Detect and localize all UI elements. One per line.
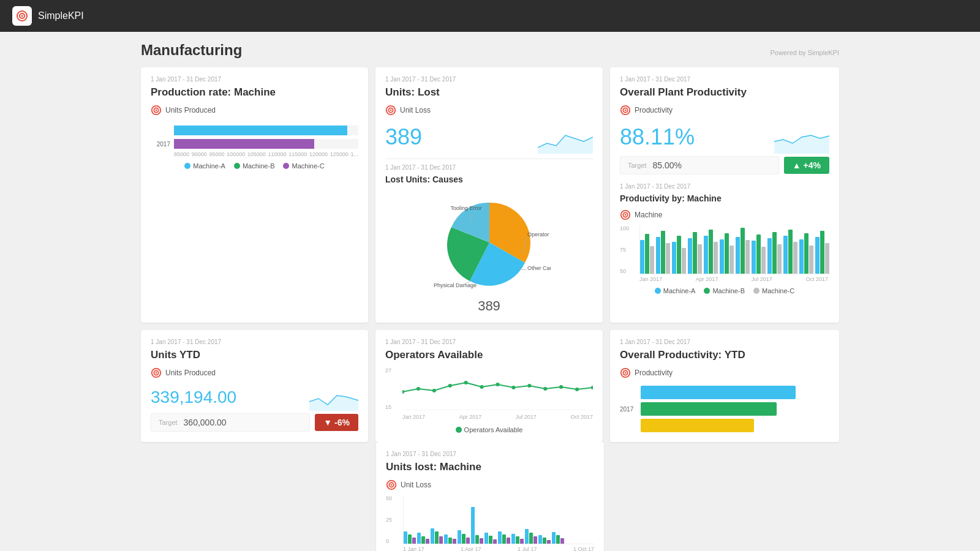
legend-operators: Operators Available — [385, 426, 593, 433]
svg-point-31 — [432, 389, 436, 392]
bar-group-3 — [672, 236, 686, 274]
card-title-ulm: Units lost: Machine — [386, 461, 594, 473]
card-title-1: Production rate: Machine — [151, 86, 358, 99]
target-icon-6 — [620, 367, 631, 378]
kpi-label-text-ulm: Unit Loss — [401, 481, 431, 489]
target-row-3: Target 85.00% ▲ +4% — [620, 156, 829, 174]
kpi-label-4: Units Produced — [151, 367, 358, 378]
hbar-track-1 — [174, 126, 358, 135]
svg-text:Physical Damage: Physical Damage — [433, 282, 476, 288]
kpi-label-6: Productivity — [620, 367, 829, 378]
svg-point-5 — [156, 110, 157, 111]
hbar-chart-1: 2017 85000900009500010000010500011000011… — [151, 126, 358, 157]
target-value-4: 360,000.00 — [184, 418, 227, 427]
line-chart-operators — [402, 367, 593, 410]
svg-point-8 — [390, 110, 392, 111]
topbar: SimpleKPI — [0, 0, 980, 32]
hbar-track-2 — [174, 139, 358, 149]
card-date-3b: 1 Jan 2017 - 31 Dec 2017 — [620, 183, 829, 190]
app-name: SimpleKPI — [38, 10, 84, 21]
page-container: Manufacturing Powered by SimpleKPI 1 Jan… — [129, 32, 851, 551]
badge-value-4: -6% — [334, 418, 350, 427]
card-title-3b: Productivity by: Machine — [620, 193, 829, 203]
card-date-5: 1 Jan 2017 - 31 Dec 2017 — [385, 339, 593, 345]
card-title-6: Overall Productivity: YTD — [620, 349, 829, 361]
svg-point-48 — [391, 484, 393, 486]
badge-arrow-down-4: ▼ — [323, 418, 332, 427]
card-date-2b: 1 Jan 2017 - 31 Dec 2017 — [385, 164, 593, 171]
target-label-4: Target — [159, 419, 178, 426]
legend-1: Machine-A Machine-B Machine-C — [151, 162, 358, 170]
target-icon-2 — [385, 105, 396, 116]
sparkline-2 — [538, 126, 593, 154]
target-value-3: 85.00% — [653, 160, 682, 170]
kpi-label-3b: Machine — [620, 209, 829, 220]
svg-point-27 — [156, 372, 157, 374]
legend-machine-a: Machine-A — [184, 162, 225, 170]
pie-container: Tooling Error Operator Damage Other Caus… — [385, 190, 593, 314]
target-label-3: Target — [628, 162, 647, 169]
svg-point-32 — [448, 384, 452, 388]
svg-text:Other Causes: Other Causes — [527, 265, 551, 271]
bar-group-7 — [736, 228, 750, 274]
svg-text:Operator Damage: Operator Damage — [527, 231, 551, 238]
badge-3: ▲ +4% — [784, 157, 829, 174]
kpi-label-1: Units Produced — [151, 105, 358, 116]
svg-point-37 — [527, 384, 531, 388]
svg-point-2 — [21, 15, 23, 17]
hbar-fill-2 — [174, 139, 314, 149]
powered-by: Powered by SimpleKPI — [771, 49, 840, 56]
svg-point-29 — [402, 390, 404, 394]
legend-label-b: Machine-B — [243, 162, 275, 170]
card-production-rate: 1 Jan 2017 - 31 Dec 2017 Production rate… — [141, 67, 368, 323]
svg-point-24 — [625, 214, 627, 216]
card-overall-ytd: 1 Jan 2017 - 31 Dec 2017 Overall Product… — [610, 330, 839, 442]
badge-arrow-up-3: ▲ — [793, 160, 801, 170]
bar-group-9 — [767, 232, 782, 274]
target-icon-3 — [620, 105, 631, 116]
card-title-3: Overall Plant Productivity — [620, 86, 829, 99]
big-number-4: 339,194.00 — [151, 388, 236, 407]
kpi-label-text-6: Productivity — [635, 369, 673, 377]
svg-point-35 — [496, 383, 499, 386]
bar-group-2 — [656, 231, 670, 274]
pie-total: 389 — [478, 298, 500, 314]
logo-icon — [12, 6, 32, 26]
page-title: Manufacturing — [141, 42, 242, 59]
badge-value-3: +4% — [804, 160, 821, 170]
svg-text:Tooling Error: Tooling Error — [450, 205, 481, 211]
bar-group-10 — [783, 230, 797, 274]
hbar-axis-1: 8500090000950001000001050001100001150001… — [151, 151, 358, 157]
kpi-label-text-3: Productivity — [635, 106, 673, 114]
card-title-2b: Lost Units: Causes — [385, 174, 593, 184]
svg-point-38 — [543, 387, 547, 391]
svg-point-36 — [511, 386, 515, 389]
kpi-label-3: Productivity — [620, 105, 829, 116]
svg-point-34 — [480, 385, 483, 389]
bar-group-12 — [815, 231, 829, 274]
legend-label-a: Machine-A — [193, 162, 225, 170]
legend-productivity: Machine-A Machine-B Machine-C — [620, 287, 829, 294]
sparkline-row-3: 88.11% — [620, 121, 829, 154]
card-date-6: 1 Jan 2017 - 31 Dec 2017 — [620, 339, 829, 345]
svg-marker-9 — [538, 135, 593, 154]
card-title-4: Units YTD — [151, 349, 358, 361]
svg-point-40 — [575, 388, 579, 391]
card-title-5: Operators Available — [385, 349, 593, 361]
big-number-2: 389 — [385, 124, 422, 150]
bar-group-5 — [704, 230, 718, 274]
card-title-2: Units: Lost — [385, 86, 593, 99]
big-number-3: 88.11% — [620, 124, 695, 150]
svg-point-45 — [625, 372, 627, 374]
target-icon-4 — [151, 367, 162, 378]
card-overall-productivity: 1 Jan 2017 - 31 Dec 2017 Overall Plant P… — [610, 67, 839, 323]
card-units-lost: 1 Jan 2017 - 31 Dec 2017 Units: Lost Uni… — [375, 67, 603, 323]
legend-prod-c: Machine-C — [753, 287, 794, 294]
kpi-label-text-3b: Machine — [635, 211, 662, 219]
hbar-fill-1 — [174, 126, 347, 135]
target-row-4: Target 360,000.00 ▼ -6% — [151, 413, 358, 432]
target-icon-3b — [620, 209, 631, 220]
page-header: Manufacturing Powered by SimpleKPI — [141, 42, 839, 59]
bar-group-8 — [752, 234, 766, 274]
card-date-2: 1 Jan 2017 - 31 Dec 2017 — [385, 76, 593, 83]
